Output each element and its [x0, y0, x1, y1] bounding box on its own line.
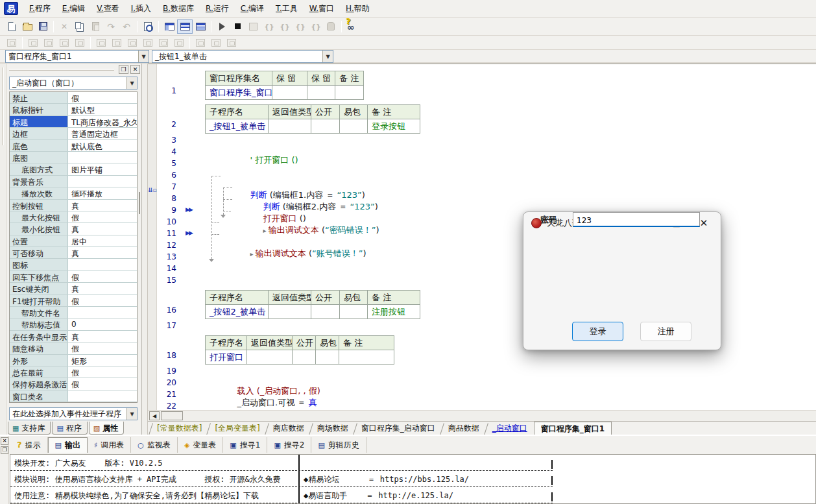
toolbar-button[interactable]: [88, 19, 103, 34]
toolbar-button[interactable]: [292, 19, 307, 34]
property-value[interactable]: 默认底色: [68, 140, 137, 151]
breakpoint-marker[interactable]: [186, 320, 205, 322]
toolbar-button[interactable]: [109, 36, 125, 50]
dialog-button[interactable]: 注册: [640, 322, 691, 341]
code-table-row[interactable]: _按钮2_被单击注册按钮: [206, 305, 420, 318]
code-table-cell[interactable]: [311, 305, 340, 318]
code-table-cell[interactable]: 打开窗口: [206, 350, 247, 364]
toolbar-button[interactable]: [93, 36, 109, 50]
output-tab[interactable]: 搜寻2: [267, 437, 311, 453]
breakpoint-marker[interactable]: [186, 181, 205, 183]
code-table-cell[interactable]: [269, 305, 311, 318]
property-value[interactable]: 假: [68, 295, 137, 306]
code-table-cell[interactable]: [340, 305, 368, 318]
code-table-cell[interactable]: [269, 119, 311, 133]
property-row[interactable]: 播放次数 循环播放: [10, 187, 137, 199]
property-value[interactable]: 真: [68, 223, 137, 234]
breakpoint-marker[interactable]: [186, 101, 205, 102]
code-table-row[interactable]: _按钮1_被单击登录按钮: [206, 119, 420, 133]
text-input[interactable]: [573, 212, 700, 227]
code-table-cell[interactable]: 注册按钮: [368, 305, 420, 318]
toolbar-button[interactable]: [208, 36, 224, 50]
dropdown-arrow-icon[interactable]: ▼: [322, 51, 333, 62]
property-row[interactable]: 窗口类名: [10, 390, 137, 402]
menu-item[interactable]: H.帮助: [340, 1, 376, 17]
toolbar-button[interactable]: [193, 36, 208, 50]
toolbar-button[interactable]: [4, 19, 19, 34]
code-table-cell[interactable]: _按钮1_被单击: [206, 119, 269, 133]
menu-item[interactable]: I.插入: [125, 1, 157, 17]
property-value[interactable]: 假: [68, 271, 137, 282]
output-content[interactable]: 模块开发: 广大易友 版本: V10.2.5 模块说明: 使用易语言核心支持库 …: [10, 454, 816, 504]
code-table-cell[interactable]: [272, 86, 307, 99]
vertical-splitter[interactable]: [142, 64, 148, 435]
property-row[interactable]: 禁止 假: [10, 92, 137, 104]
dropdown-arrow-icon[interactable]: ▼: [138, 51, 149, 62]
property-row[interactable]: 最大化按钮 假: [10, 211, 137, 223]
toolbar-button[interactable]: [56, 19, 72, 34]
window-program-set-combobox[interactable]: 窗口程序集_窗口1 ▼: [5, 50, 149, 63]
breakpoint-marker[interactable]: [186, 239, 205, 241]
toolbar-button[interactable]: [25, 36, 41, 50]
breakpoint-marker[interactable]: [186, 263, 205, 265]
code-line[interactable]: 6 判断 (编辑框1.内容 ＝ “123”): [157, 169, 806, 181]
property-row[interactable]: 帮助标志值 0: [10, 318, 137, 330]
menu-item[interactable]: V.查看: [91, 1, 125, 17]
property-value[interactable]: [68, 176, 137, 187]
property-value[interactable]: 默认型: [68, 104, 137, 115]
code-text[interactable]: [205, 400, 243, 410]
breakpoint-marker[interactable]: [186, 331, 205, 333]
code-table-cell[interactable]: 登录按钮: [368, 119, 420, 133]
toolbar-button[interactable]: [56, 36, 72, 50]
property-value[interactable]: 假: [68, 378, 137, 389]
code-line[interactable]: 3 ' 打开窗口 (): [157, 134, 806, 146]
code-table-cell[interactable]: [339, 350, 394, 364]
toolbar-button[interactable]: [344, 19, 360, 34]
document-tab[interactable]: 窗口程序集_窗口1: [534, 422, 612, 435]
property-value[interactable]: TL商店修改器_永久: [68, 116, 137, 127]
toolbar-button[interactable]: [193, 19, 208, 34]
menu-item[interactable]: W.窗口: [304, 1, 340, 17]
property-value[interactable]: 循环播放: [68, 187, 137, 198]
property-row[interactable]: 在任务条中显示 真: [10, 331, 137, 342]
property-value[interactable]: 真: [68, 247, 137, 258]
property-value[interactable]: 矩形: [68, 355, 137, 366]
property-row[interactable]: Esc键关闭 真: [10, 283, 137, 294]
code-table-cell[interactable]: [335, 86, 363, 99]
code-line[interactable]: 1 窗口程序集名保 留保 留备 注 窗口程序集_窗口1: [157, 67, 806, 101]
code-horizontal-scrollbar[interactable]: ◀: [148, 410, 816, 421]
property-row[interactable]: 标题 TL商店修改器_永久: [10, 116, 137, 128]
property-value[interactable]: 居中: [68, 235, 137, 246]
breakpoint-marker[interactable]: ▶▶: [186, 204, 205, 213]
code-table-row[interactable]: 打开窗口: [206, 350, 394, 364]
property-row[interactable]: 图标: [10, 259, 137, 270]
document-tab[interactable]: [常量数据表]: [150, 422, 208, 435]
menu-item[interactable]: E.编辑: [56, 1, 91, 17]
drag-grip[interactable]: [9, 69, 114, 71]
property-row[interactable]: 底图: [10, 152, 137, 163]
toolbar-button[interactable]: [177, 19, 193, 34]
toolbar-button[interactable]: [119, 19, 134, 34]
property-value[interactable]: 假: [68, 92, 137, 103]
property-row[interactable]: 帮助文件名: [10, 307, 137, 318]
property-row[interactable]: 可否移动 真: [10, 247, 137, 259]
property-grid-scrollbar[interactable]: [139, 91, 141, 403]
toolbar-button[interactable]: [4, 36, 19, 50]
toolbar-button[interactable]: [125, 36, 140, 50]
property-row[interactable]: 保持标题条激活 假: [10, 378, 137, 390]
menu-item[interactable]: B.数据库: [157, 1, 200, 17]
output-tab[interactable]: 调用表: [88, 437, 131, 453]
panel-tab[interactable]: 属性: [89, 422, 124, 435]
property-row[interactable]: F1键打开帮助 假: [10, 295, 137, 307]
breakpoint-marker[interactable]: [186, 251, 205, 253]
toolbar-button[interactable]: [323, 19, 339, 34]
toolbar-button[interactable]: [307, 19, 323, 34]
close-panel-button[interactable]: ✕: [130, 65, 140, 74]
float-panel-button[interactable]: ❐: [119, 65, 128, 74]
menu-item[interactable]: T.工具: [270, 1, 304, 17]
code-table-cell[interactable]: [307, 86, 335, 99]
code-table-cell[interactable]: [316, 350, 339, 364]
code-line[interactable]: 20 _启动窗口.可视 ＝ 真: [157, 377, 806, 389]
document-tab[interactable]: 商品数据: [442, 422, 486, 435]
breakpoint-marker[interactable]: [186, 216, 205, 218]
